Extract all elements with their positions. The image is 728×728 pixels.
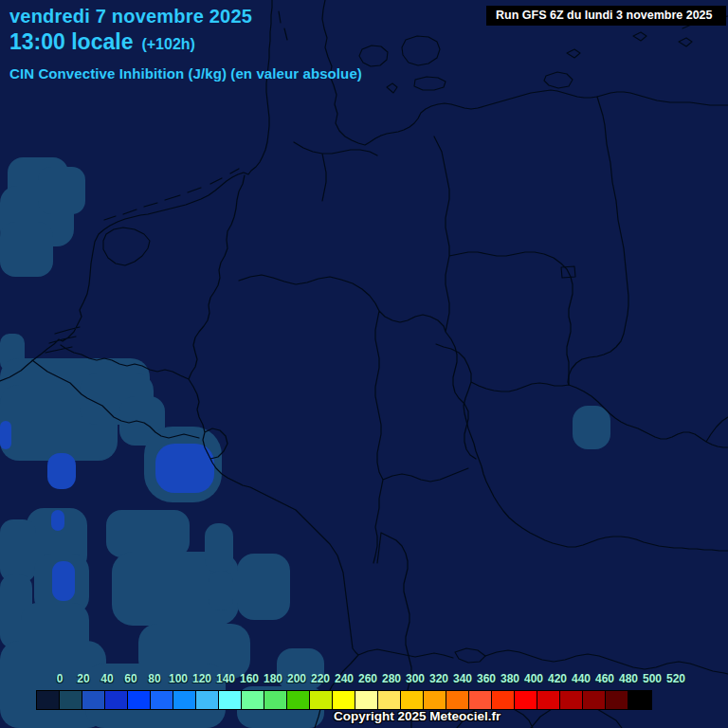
colorbar-cell-320 (401, 691, 424, 709)
colorbar-tick-360: 360 (477, 672, 496, 685)
cin-patch (0, 222, 53, 277)
colorbar-tick-480: 480 (619, 672, 638, 685)
colorbar-tick-60: 60 (124, 672, 136, 685)
colorbar-cell-380 (469, 691, 492, 709)
colorbar (36, 690, 652, 710)
time-label: 13:00 locale (9, 29, 133, 55)
colorbar-tick-labels: 0204060801001201401601802002202402602803… (0, 672, 728, 686)
colorbar-tick-0: 0 (57, 672, 64, 685)
colorbar-cell-260 (333, 691, 355, 709)
colorbar-cell-120 (173, 691, 196, 709)
colorbar-cell-60 (105, 691, 128, 709)
colorbar-tick-120: 120 (192, 672, 211, 685)
cin-patch-strong (0, 421, 11, 449)
colorbar-tick-400: 400 (524, 672, 543, 685)
colorbar-cell-180 (242, 691, 264, 709)
cin-patch (106, 510, 190, 557)
cin-patch-strong (155, 444, 214, 493)
colorbar-cell-20 (60, 691, 82, 709)
colorbar-tick-260: 260 (358, 672, 377, 685)
colorbar-tick-440: 440 (572, 672, 591, 685)
colorbar-tick-160: 160 (240, 672, 259, 685)
colorbar-tick-200: 200 (287, 672, 306, 685)
colorbar-cell-100 (151, 691, 173, 709)
colorbar-tick-80: 80 (148, 672, 160, 685)
map-canvas (0, 0, 728, 728)
colorbar-tick-20: 20 (77, 672, 89, 685)
colorbar-cell-360 (446, 691, 469, 709)
colorbar-cell-300 (378, 691, 401, 709)
cin-patch (237, 554, 290, 620)
run-info-label: Run GFS 6Z du lundi 3 novembre 2025 (496, 9, 713, 22)
colorbar-tick-380: 380 (500, 672, 519, 685)
colorbar-tick-180: 180 (264, 672, 282, 685)
colorbar-tick-220: 220 (311, 672, 330, 685)
cin-patch (38, 167, 85, 214)
colorbar-cell-80 (128, 691, 151, 709)
colorbar-cell-200 (264, 691, 287, 709)
colorbar-cell-400 (492, 691, 515, 709)
colorbar-tick-300: 300 (406, 672, 425, 685)
colorbar-tick-40: 40 (100, 672, 113, 685)
colorbar-cell-160 (219, 691, 242, 709)
cin-patch (209, 571, 233, 610)
state-borders-path (239, 136, 573, 728)
cin-patch (205, 523, 233, 573)
colorbar-tick-420: 420 (548, 672, 567, 685)
cin-patch (573, 406, 610, 449)
colorbar-cell-500 (606, 691, 628, 709)
colorbar-tick-240: 240 (335, 672, 354, 685)
forecast-offset-label: (+102h) (141, 31, 194, 57)
colorbar-tick-460: 460 (595, 672, 614, 685)
colorbar-cell-520 (628, 691, 651, 709)
cin-patch-strong (47, 453, 76, 489)
colorbar-cell-480 (583, 691, 606, 709)
time-row: 13:00 locale (+102h) (9, 29, 362, 57)
run-info-box: Run GFS 6Z du lundi 3 novembre 2025 (486, 6, 726, 26)
colorbar-tick-340: 340 (453, 672, 472, 685)
copyright-label: Copyright 2025 Meteociel.fr (334, 709, 500, 723)
colorbar-cell-0 (37, 691, 60, 709)
cin-patch-strong (51, 510, 64, 531)
colorbar-cell-440 (537, 691, 560, 709)
weather-map-page: vendredi 7 novembre 2025 13:00 locale (+… (0, 0, 728, 728)
colorbar-cell-420 (515, 691, 537, 709)
colorbar-tick-520: 520 (666, 672, 685, 685)
colorbar-tick-320: 320 (429, 672, 448, 685)
map-header: vendredi 7 novembre 2025 13:00 locale (+… (9, 4, 362, 82)
parameter-title: CIN Convective Inhibition (J/kg) (en val… (9, 65, 362, 82)
colorbar-cell-340 (424, 691, 446, 709)
colorbar-tick-140: 140 (216, 672, 235, 685)
colorbar-cell-460 (560, 691, 583, 709)
cin-patches-low (0, 157, 610, 728)
colorbar-tick-500: 500 (643, 672, 662, 685)
colorbar-cell-240 (310, 691, 333, 709)
colorbar-cell-140 (196, 691, 219, 709)
colorbar-cell-220 (287, 691, 310, 709)
colorbar-tick-280: 280 (382, 672, 401, 685)
colorbar-tick-100: 100 (169, 672, 188, 685)
cin-patch-strong (52, 561, 75, 601)
colorbar-cell-280 (355, 691, 378, 709)
colorbar-cell-40 (82, 691, 105, 709)
date-label: vendredi 7 novembre 2025 (9, 4, 362, 29)
cin-patch (0, 519, 36, 582)
